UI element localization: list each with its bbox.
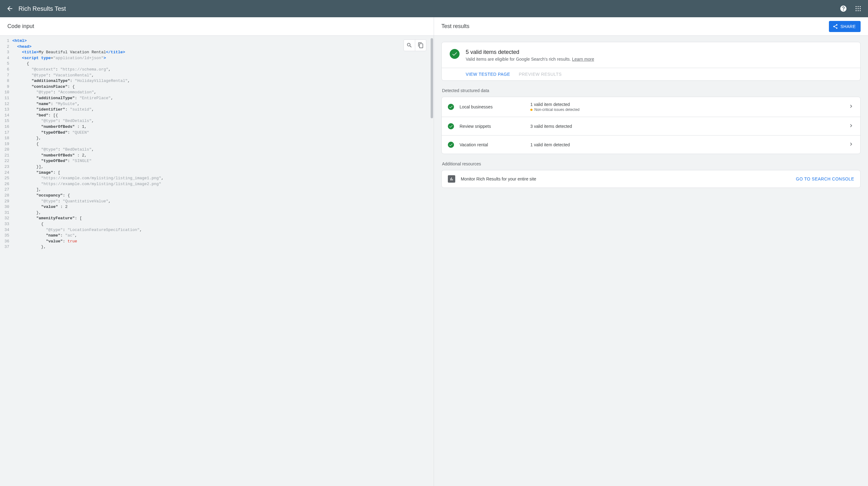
line-number: 15 (0, 118, 12, 124)
code-line: 6 "@context": "https://schema.org", (0, 67, 434, 73)
code-line: 26 "https://example.com/mylisting/listin… (0, 181, 434, 187)
code-line: 30 "value" : 2 (0, 204, 434, 210)
detected-item-name: Local businesses (460, 105, 530, 109)
svg-point-3 (856, 8, 857, 9)
summary-top: 5 valid items detected Valid items are e… (442, 42, 860, 68)
apps-button[interactable] (852, 2, 864, 15)
code-line: 4 <script type="application/ld+json"> (0, 55, 434, 61)
code-editor[interactable]: 1<html>2 <head>3 <title>My Beautiful Vac… (0, 36, 434, 486)
line-content: }, (12, 244, 434, 250)
search-console-link[interactable]: GO TO SEARCH CONSOLE (796, 176, 854, 181)
code-line: 13 "identifier": "suiteid", (0, 107, 434, 113)
resources-section-label: Additional resources (442, 162, 860, 166)
line-number: 1 (0, 38, 12, 44)
chevron-right-icon (848, 141, 854, 148)
line-content: "identifier": "suiteid", (12, 107, 434, 113)
detected-item-row[interactable]: Review snippets3 valid items detected (442, 117, 860, 135)
resource-card: Monitor Rich Results for your entire sit… (441, 170, 861, 188)
svg-point-8 (860, 10, 861, 11)
code-line: 25 "https://example.com/mylisting/listin… (0, 176, 434, 181)
help-icon (840, 5, 847, 12)
code-input-title: Code input (7, 23, 34, 30)
line-number: 30 (0, 204, 12, 210)
summary-headline: 5 valid items detected (466, 49, 594, 55)
code-line: 22 "typeOfBed": "SINGLE" (0, 158, 434, 164)
line-content: ], (12, 187, 434, 193)
scrollbar[interactable] (431, 38, 433, 484)
line-content: }], (12, 164, 434, 170)
detected-item-row[interactable]: Vacation rental1 valid item detected (442, 135, 860, 154)
line-number: 31 (0, 210, 12, 216)
code-line: 17 "typeOfBed": "QUEEN" (0, 130, 434, 136)
detected-item-warning: Non-critical issues detected (530, 108, 848, 112)
line-content: "@type": "BedDetails", (12, 147, 434, 153)
detected-section-label: Detected structured data (442, 88, 860, 93)
appbar-right (837, 2, 864, 15)
code-line: 29 "@type": "QuantitativeValue", (0, 199, 434, 204)
share-button[interactable]: SHARE (829, 21, 861, 32)
line-number: 35 (0, 233, 12, 239)
detected-item-name: Vacation rental (460, 142, 530, 147)
left-pane-header: Code input (0, 17, 434, 36)
code-line: 8 "additionalType": "HolidayVillageRenta… (0, 78, 434, 84)
warning-dot-icon (530, 109, 532, 111)
code-line: 32 "amenityFeature": [ (0, 216, 434, 222)
line-number: 9 (0, 84, 12, 90)
line-number: 20 (0, 147, 12, 153)
line-content: "name": "MySuite", (12, 101, 434, 107)
line-number: 3 (0, 50, 12, 55)
line-content: { (12, 141, 434, 147)
summary-actions: VIEW TESTED PAGE PREVIEW RESULTS (442, 68, 860, 80)
scrollbar-thumb[interactable] (431, 38, 433, 118)
line-content: "typeOfBed": "SINGLE" (12, 158, 434, 164)
back-button[interactable] (4, 2, 16, 15)
code-line: 23 }], (0, 164, 434, 170)
code-line: 7 "@type": "VacationRental", (0, 73, 434, 79)
code-line: 12 "name": "MySuite", (0, 101, 434, 107)
check-icon (448, 104, 454, 110)
line-content: { (12, 61, 434, 67)
right-pane-header: Test results SHARE (434, 17, 868, 36)
line-number: 8 (0, 78, 12, 84)
code-line: 28 "occupancy": { (0, 193, 434, 199)
code-line: 36 "value": true (0, 239, 434, 245)
line-content: "additionalType": "EntirePlace", (12, 95, 434, 101)
svg-point-6 (856, 10, 857, 11)
chevron-right-icon (848, 122, 854, 130)
line-content: "https://example.com/mylisting/listing_i… (12, 181, 434, 187)
learn-more-link[interactable]: Learn more (572, 57, 594, 62)
search-code-button[interactable] (404, 40, 415, 51)
line-number: 19 (0, 141, 12, 147)
detected-item-status: 1 valid item detected (530, 142, 848, 147)
line-content: "@type": "VacationRental", (12, 73, 434, 79)
code-lines: 1<html>2 <head>3 <title>My Beautiful Vac… (0, 36, 434, 256)
resource-text: Monitor Rich Results for your entire sit… (461, 176, 796, 181)
code-line: 2 <head> (0, 44, 434, 50)
help-button[interactable] (837, 2, 849, 15)
line-content: "additionalType": "HolidayVillageRental"… (12, 78, 434, 84)
code-line: 5 { (0, 61, 434, 67)
line-number: 26 (0, 181, 12, 187)
line-number: 16 (0, 124, 12, 130)
app-bar: Rich Results Test (0, 0, 868, 17)
success-badge (450, 49, 460, 59)
detected-item-row[interactable]: Local businesses1 valid item detectedNon… (442, 97, 860, 117)
line-number: 36 (0, 239, 12, 245)
code-line: 27 ], (0, 187, 434, 193)
code-line: 19 { (0, 141, 434, 147)
share-label: SHARE (841, 24, 856, 29)
line-number: 33 (0, 222, 12, 227)
line-content: "value" : 2 (12, 204, 434, 210)
line-content: "numberOfBeds" : 2, (12, 153, 434, 159)
check-icon (452, 51, 458, 57)
line-content: "@type": "BedDetails", (12, 118, 434, 124)
code-line: 33 { (0, 222, 434, 227)
view-tested-page-button[interactable]: VIEW TESTED PAGE (466, 72, 510, 77)
copy-code-button[interactable] (415, 40, 426, 51)
chevron-right-icon (848, 103, 854, 111)
line-content: "containsPlace": { (12, 84, 434, 90)
summary-card: 5 valid items detected Valid items are e… (441, 42, 861, 81)
line-content: "image": [ (12, 170, 434, 176)
detected-item-status: 1 valid item detectedNon-critical issues… (530, 102, 848, 112)
line-number: 18 (0, 136, 12, 141)
